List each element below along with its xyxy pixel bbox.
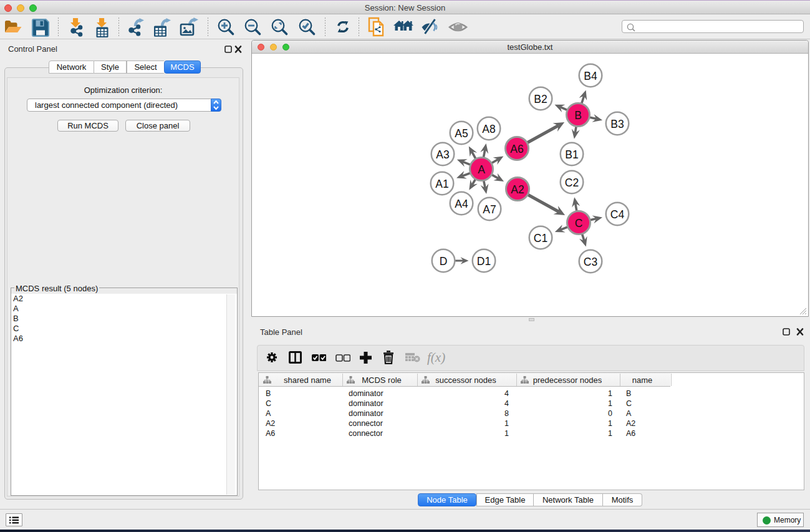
svg-text:A2: A2 [511,183,524,196]
svg-text:B: B [574,109,582,122]
svg-text:A5: A5 [455,127,468,140]
svg-text:A8: A8 [482,123,495,135]
svg-text:B3: B3 [610,118,624,130]
svg-text:D: D [440,255,448,268]
svg-text:A1: A1 [435,178,448,190]
svg-text:C4: C4 [610,208,625,221]
svg-text:A: A [478,163,485,176]
svg-text:D1: D1 [477,255,491,268]
svg-text:C3: C3 [584,256,597,268]
svg-text:A7: A7 [483,203,496,216]
svg-text:A6: A6 [510,143,523,155]
svg-text:B2: B2 [534,93,547,105]
svg-text:C2: C2 [565,177,579,189]
svg-text:A4: A4 [455,198,468,210]
svg-text:C: C [575,217,583,230]
svg-text:B4: B4 [584,70,597,82]
svg-text:A3: A3 [436,148,449,161]
svg-text:B1: B1 [565,148,578,161]
svg-text:C1: C1 [534,232,547,244]
